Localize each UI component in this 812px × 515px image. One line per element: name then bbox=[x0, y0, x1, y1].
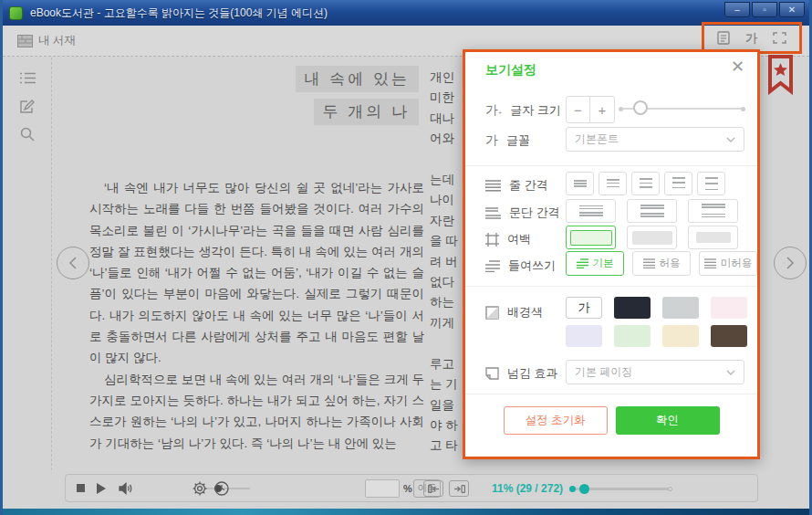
chapter-title-line1: 내 속에 있는 bbox=[296, 66, 419, 92]
history-button[interactable] bbox=[214, 475, 229, 501]
volume-icon[interactable] bbox=[119, 475, 133, 501]
bg-color-swatch-7[interactable] bbox=[662, 325, 699, 347]
chevron-right-icon bbox=[785, 257, 796, 269]
line-spacing-option-5[interactable] bbox=[697, 172, 725, 195]
my-library-button[interactable]: 내 서재 bbox=[17, 33, 76, 48]
chevron-down-icon bbox=[726, 370, 735, 375]
indent-option-allow[interactable]: 허용 bbox=[632, 251, 691, 276]
line-spacing-option-1[interactable] bbox=[566, 172, 594, 195]
maximize-button[interactable]: ▫ bbox=[752, 2, 777, 17]
font-size-plus-button[interactable]: + bbox=[590, 97, 614, 122]
indent-default-label: 기본 bbox=[593, 257, 614, 270]
progress-slider[interactable] bbox=[569, 488, 671, 490]
percent-label: % bbox=[403, 475, 412, 501]
indent-allow-icon bbox=[643, 258, 655, 268]
view-settings-icon[interactable] bbox=[717, 31, 730, 45]
progress-label: 11% (29 / 272) bbox=[492, 475, 563, 501]
line-spacing-option-2[interactable] bbox=[599, 172, 627, 195]
indent-option-disallow[interactable]: 미허용 bbox=[699, 251, 757, 276]
stop-icon bbox=[77, 484, 85, 492]
search-icon[interactable] bbox=[20, 127, 35, 142]
font-size-label: 글자 크기 bbox=[510, 102, 561, 119]
jump-end-icon bbox=[453, 485, 465, 493]
font-settings-icon[interactable]: 가 bbox=[745, 30, 757, 47]
reset-settings-button[interactable]: 설정 초기화 bbox=[504, 406, 608, 435]
font-size-icon: 가₊ bbox=[485, 102, 502, 119]
panel-close-icon[interactable]: ✕ bbox=[731, 58, 744, 75]
indent-disallow-label: 미허용 bbox=[721, 257, 753, 270]
paragraph: ‘내 속엔 내가 너무도 많아 당신의 쉴 곳 없네’라는 가사로 시작하는 노… bbox=[89, 177, 424, 369]
toc-icon[interactable] bbox=[20, 72, 36, 84]
font-size-slider[interactable] bbox=[620, 108, 744, 110]
app-icon bbox=[9, 6, 23, 20]
margin-label: 여백 bbox=[507, 231, 531, 247]
next-page-button[interactable] bbox=[774, 247, 807, 279]
window-bottom-edge bbox=[0, 509, 812, 515]
bg-color-swatch-2[interactable] bbox=[614, 297, 651, 319]
right-page-text: 개인 미한 대나 어와 는데 나이 자란 을 따 려 버 없다 하는 끼게 루고… bbox=[430, 68, 464, 460]
chevron-down-icon bbox=[726, 137, 735, 142]
line-spacing-icon bbox=[485, 180, 501, 192]
page-text: ‘내 속엔 내가 너무도 많아 당신의 쉴 곳 없네’라는 가사로 시작하는 노… bbox=[89, 177, 424, 454]
background-color-label: 배경색 bbox=[507, 304, 543, 321]
page-effect-value: 기본 페이징 bbox=[575, 364, 632, 380]
paragraph-spacing-option-3[interactable] bbox=[688, 199, 738, 223]
line-spacing-label: 줄 간격 bbox=[509, 177, 548, 194]
goto-chapter-end-button[interactable] bbox=[449, 480, 469, 497]
font-family-dropdown[interactable]: 기본폰트 bbox=[566, 127, 744, 152]
margin-option-1[interactable] bbox=[566, 226, 616, 249]
indent-option-default[interactable]: 기본 bbox=[566, 251, 624, 276]
confirm-button[interactable]: 확인 bbox=[616, 406, 720, 435]
paragraph: 심리학적으로 보면 내 속에 있는 여러 개의 ‘나’들은 크게 두 가지로 모… bbox=[89, 369, 424, 454]
bookshelf-icon bbox=[17, 35, 33, 47]
chapter-title-line2: 두 개의 나 bbox=[314, 99, 419, 125]
tts-settings-button[interactable] bbox=[193, 475, 207, 501]
bg-color-swatch-3[interactable] bbox=[662, 297, 699, 319]
font-family-value: 기본폰트 bbox=[575, 131, 619, 147]
margin-option-2[interactable] bbox=[627, 226, 677, 249]
indent-label: 들여쓰기 bbox=[508, 258, 556, 274]
page-effect-dropdown[interactable]: 기본 페이징 bbox=[566, 360, 744, 384]
bg-color-swatch-4[interactable] bbox=[711, 297, 747, 319]
goto-chapter-start-button[interactable] bbox=[423, 480, 443, 497]
indent-icon bbox=[485, 260, 500, 272]
font-size-stepper: − + bbox=[566, 96, 615, 123]
indent-default-icon bbox=[577, 258, 588, 268]
font-size-minus-button[interactable]: − bbox=[567, 97, 590, 122]
minimize-button[interactable]: – bbox=[724, 2, 750, 17]
play-button[interactable] bbox=[97, 475, 106, 501]
progress-end-dot bbox=[668, 487, 672, 491]
progress-slider-thumb[interactable] bbox=[579, 484, 589, 494]
chapter-title: 내 속에 있는 두 개의 나 bbox=[176, 66, 419, 131]
stop-button[interactable] bbox=[77, 475, 85, 501]
line-spacing-option-4[interactable] bbox=[664, 172, 692, 195]
bg-color-swatch-1[interactable]: 가 bbox=[566, 297, 602, 319]
indent-disallow-icon bbox=[704, 258, 716, 268]
line-spacing-option-3[interactable] bbox=[631, 172, 660, 195]
font-size-slider-thumb[interactable] bbox=[633, 100, 648, 115]
app-window: eBook도서관 - 고요할수록 밝아지는 것들(100쇄 기념 에디션) – … bbox=[0, 0, 812, 515]
bg-color-swatch-8[interactable] bbox=[711, 325, 747, 347]
margin-option-3[interactable] bbox=[688, 226, 738, 249]
page-effect-label: 넘김 효과 bbox=[507, 365, 558, 382]
bookmark-icon[interactable] bbox=[768, 55, 793, 95]
bg-color-swatch-5[interactable] bbox=[566, 325, 602, 347]
paragraph-spacing-option-2[interactable] bbox=[627, 199, 677, 223]
fullscreen-icon[interactable] bbox=[773, 32, 786, 44]
font-family-label: 글꼴 bbox=[506, 132, 530, 149]
page-effect-icon bbox=[485, 367, 499, 380]
panel-title: 보기설정 bbox=[485, 62, 536, 79]
margin-icon bbox=[485, 233, 499, 247]
close-button[interactable]: ✕ bbox=[779, 2, 805, 17]
chevron-left-icon bbox=[68, 257, 78, 269]
window-title: eBook도서관 - 고요할수록 밝아지는 것들(100쇄 기념 에디션) bbox=[30, 5, 328, 21]
view-settings-panel: 보기설정 ✕ 가₊ 글자 크기 − + 가 글꼴 기본폰트 줄 bbox=[463, 49, 760, 459]
background-color-swatches: 가 bbox=[566, 297, 747, 347]
background-color-icon bbox=[485, 306, 499, 320]
bg-color-swatch-6[interactable] bbox=[614, 325, 651, 347]
prev-page-button[interactable] bbox=[57, 247, 89, 279]
note-icon[interactable] bbox=[20, 100, 35, 114]
paragraph-spacing-option-1[interactable] bbox=[566, 199, 616, 223]
bottom-toolbar: % 이동 11% (29 / 272) bbox=[65, 474, 758, 502]
page-percent-input[interactable] bbox=[365, 479, 400, 498]
